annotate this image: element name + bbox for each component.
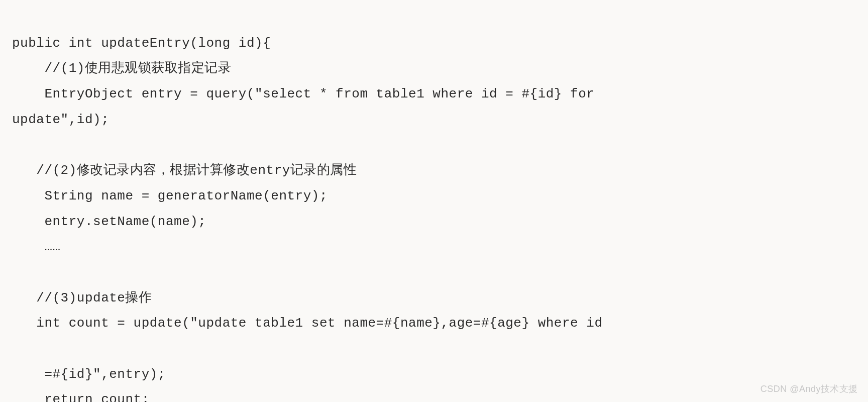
code-line: =#{id}",entry);	[12, 367, 166, 382]
code-line: EntryObject entry = query("select * from…	[12, 86, 594, 102]
code-line: entry.setName(name);	[12, 214, 206, 229]
code-line: //(3)update操作	[12, 290, 152, 306]
code-line: //(2)修改记录内容，根据计算修改entry记录的属性	[12, 163, 357, 178]
code-line: int count = update("update table1 set na…	[12, 316, 603, 331]
code-block: public int updateEntry(long id){ //(1)使用…	[12, 5, 868, 402]
code-line: ……	[12, 239, 61, 254]
code-line: public int updateEntry(long id){	[12, 36, 271, 51]
code-line: update",id);	[12, 112, 109, 127]
watermark-text: CSDN @Andy技术支援	[761, 380, 858, 398]
code-line: //(1)使用悲观锁获取指定记录	[12, 61, 231, 76]
code-line: return count;	[12, 392, 150, 402]
code-line: String name = generatorName(entry);	[12, 188, 328, 204]
